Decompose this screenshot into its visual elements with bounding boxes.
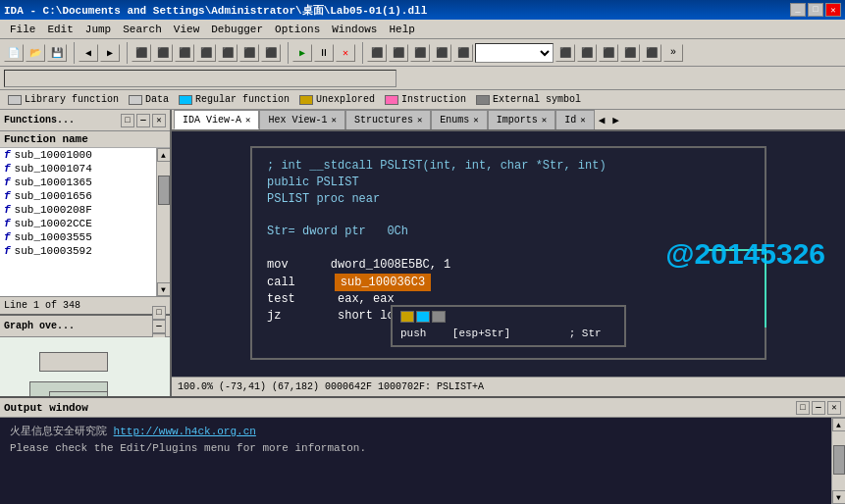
func-item-5[interactable]: f sub_10002CCE — [0, 217, 156, 230]
menu-view[interactable]: View — [168, 22, 205, 37]
output-line-0: 火星信息安全研究院 http://www.h4ck.org.cn — [10, 424, 821, 440]
tab-imports[interactable]: Imports ✕ — [488, 110, 555, 129]
mini-btn-2[interactable] — [416, 311, 430, 323]
tb-btn-12[interactable]: ⬛ — [410, 44, 430, 62]
menu-file[interactable]: File — [4, 22, 41, 37]
tab-scroll-left[interactable]: ◀ — [595, 110, 609, 129]
output-scroll-thumb[interactable] — [833, 445, 845, 475]
title-bar: IDA - C:\Documents and Settings\Administ… — [0, 0, 845, 20]
func-item-2[interactable]: f sub_10001365 — [0, 176, 156, 189]
debug-dropdown[interactable]: No debug — [475, 43, 554, 63]
func-item-0[interactable]: f sub_10001000 — [0, 148, 156, 162]
legend-library: Library function — [8, 94, 119, 105]
menu-search[interactable]: Search — [117, 22, 168, 37]
graph-node-4 — [49, 391, 108, 396]
minimize-button[interactable]: _ — [790, 3, 806, 17]
pause-button[interactable]: ⏸ — [314, 44, 334, 62]
func-item-4[interactable]: f sub_1000208F — [0, 203, 156, 217]
output-minimize[interactable]: — — [812, 401, 825, 415]
maximize-button[interactable]: □ — [808, 3, 823, 17]
legend-regular: Regular function — [179, 94, 290, 105]
call-target-highlight[interactable]: sub_100036C3 — [335, 274, 431, 292]
watermark: @20145326 — [665, 237, 825, 271]
legend-external-label: External symbol — [493, 94, 581, 105]
tb-btn-11[interactable]: ⬛ — [389, 44, 408, 62]
func-item-3[interactable]: f sub_10001656 — [0, 189, 156, 203]
tb-btn-5[interactable]: ⬛ — [175, 44, 194, 62]
tb-btn-8[interactable]: ⬛ — [239, 44, 259, 62]
tb-btn-18[interactable]: ⬛ — [620, 44, 640, 62]
tb-btn-6[interactable]: ⬛ — [196, 44, 216, 62]
output-line-1: Please check the Edit/Plugins menu for m… — [10, 440, 821, 457]
output-link[interactable]: http://www.h4ck.org.cn — [114, 426, 256, 437]
tab-ida-view-a[interactable]: IDA View-A ✕ — [174, 110, 259, 129]
scroll-up-arrow[interactable]: ▲ — [157, 148, 171, 162]
tb-btn-13[interactable]: ⬛ — [432, 44, 451, 62]
func-item-7[interactable]: f sub_10003592 — [0, 244, 156, 258]
tab-struct-close[interactable]: ✕ — [417, 115, 422, 126]
tb-btn-20[interactable]: » — [663, 44, 683, 62]
ida-status-bar: 100.0% (-73,41) (67,182) 0000642F 100070… — [172, 377, 845, 396]
tab-scroll-right[interactable]: ▶ — [608, 110, 623, 129]
functions-scrollbar[interactable]: ▲ ▼ — [156, 148, 170, 296]
ida-status-text: 100.0% (-73,41) (67,182) 0000642F 100070… — [178, 381, 484, 392]
stop-button[interactable]: ✕ — [336, 44, 355, 62]
tab-hex-view[interactable]: Hex View-1 ✕ — [259, 110, 344, 129]
tb-btn-7[interactable]: ⬛ — [218, 44, 238, 62]
close-button[interactable]: ✕ — [825, 3, 841, 17]
mini-btn-1[interactable] — [400, 311, 414, 323]
back-button[interactable]: ◀ — [79, 44, 98, 62]
menu-debugger[interactable]: Debugger — [205, 22, 269, 37]
output-scrollbar[interactable]: ▲ ▼ — [831, 418, 845, 504]
menu-help[interactable]: Help — [383, 22, 420, 37]
func-name-5: sub_10002CCE — [15, 218, 92, 229]
tb-btn-19[interactable]: ⬛ — [642, 44, 661, 62]
functions-list[interactable]: f sub_10001000 f sub_10001074 f sub_1000… — [0, 148, 156, 296]
menu-edit[interactable]: Edit — [41, 22, 79, 37]
new-button[interactable]: 📄 — [4, 44, 24, 62]
output-scroll-down[interactable]: ▼ — [832, 490, 846, 504]
tab-ida-close[interactable]: ✕ — [245, 115, 250, 126]
scroll-thumb[interactable] — [158, 176, 170, 205]
tab-ida-label: IDA View-A — [183, 115, 241, 126]
tb-btn-14[interactable]: ⬛ — [453, 44, 473, 62]
mini-btn-3[interactable] — [432, 311, 446, 323]
functions-close[interactable]: ✕ — [152, 114, 166, 127]
func-item-1[interactable]: f sub_10001074 — [0, 162, 156, 176]
menu-windows[interactable]: Windows — [326, 22, 383, 37]
forward-button[interactable]: ▶ — [100, 44, 120, 62]
graph-undock[interactable]: □ — [152, 306, 166, 320]
tab-enums[interactable]: Enums ✕ — [431, 110, 487, 129]
scroll-down-arrow[interactable]: ▼ — [157, 282, 171, 296]
tab-hex-close[interactable]: ✕ — [331, 115, 336, 126]
panels-area: Functions... □ — ✕ Function name f sub_1… — [0, 110, 845, 396]
tab-structures[interactable]: Structures ✕ — [345, 110, 431, 129]
output-close[interactable]: ✕ — [827, 401, 841, 415]
functions-undock[interactable]: □ — [121, 114, 134, 127]
code-view[interactable]: ; int __stdcall PSLIST(int, int, char *S… — [172, 131, 845, 377]
search-input[interactable] — [4, 70, 396, 87]
tab-id[interactable]: Id ✕ — [555, 110, 594, 129]
tab-enum-close[interactable]: ✕ — [473, 115, 478, 126]
output-scroll-up[interactable]: ▲ — [832, 418, 846, 431]
open-button[interactable]: 📂 — [26, 44, 45, 62]
tb-btn-9[interactable]: ⬛ — [261, 44, 281, 62]
tab-imports-close[interactable]: ✕ — [542, 115, 547, 126]
functions-minimize[interactable]: — — [136, 114, 150, 127]
run-button[interactable]: ▶ — [292, 44, 312, 62]
tab-id-close[interactable]: ✕ — [580, 115, 585, 126]
func-icon-4: f — [4, 204, 11, 216]
tb-btn-4[interactable]: ⬛ — [153, 44, 173, 62]
tb-btn-10[interactable]: ⬛ — [367, 44, 387, 62]
tb-btn-16[interactable]: ⬛ — [577, 44, 597, 62]
legend-data-color — [129, 95, 142, 105]
tb-btn-3[interactable]: ⬛ — [132, 44, 151, 62]
tb-btn-15[interactable]: ⬛ — [555, 44, 575, 62]
graph-minimize[interactable]: — — [152, 320, 166, 333]
save-button[interactable]: 💾 — [47, 44, 67, 62]
func-item-6[interactable]: f sub_10003555 — [0, 230, 156, 244]
menu-options[interactable]: Options — [269, 22, 326, 37]
output-undock[interactable]: □ — [796, 401, 810, 415]
tb-btn-17[interactable]: ⬛ — [599, 44, 618, 62]
menu-jump[interactable]: Jump — [79, 22, 117, 37]
